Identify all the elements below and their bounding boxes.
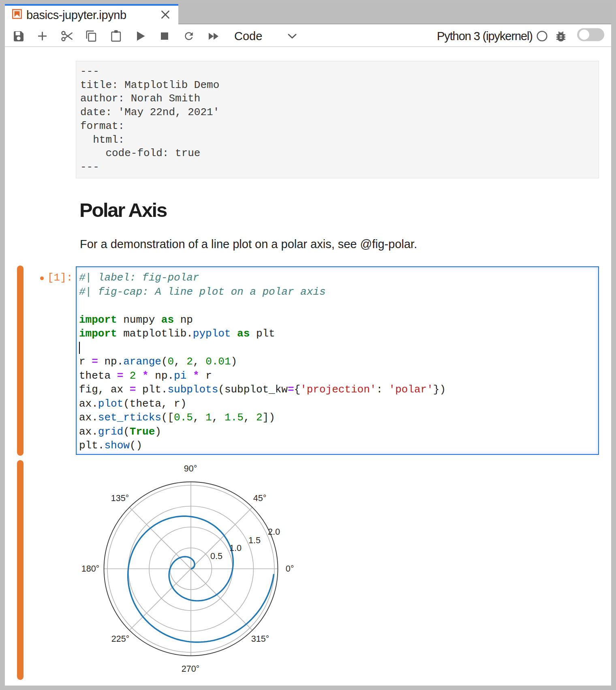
svg-text:180°: 180° (81, 564, 99, 574)
svg-text:1.5: 1.5 (248, 536, 261, 545)
svg-text:90°: 90° (184, 464, 197, 474)
svg-text:315°: 315° (251, 634, 269, 644)
svg-text:45°: 45° (253, 493, 267, 503)
svg-text:270°: 270° (182, 664, 199, 674)
svg-text:1.0: 1.0 (229, 543, 242, 553)
svg-text:2.0: 2.0 (268, 527, 280, 537)
svg-text:0°: 0° (286, 564, 294, 574)
svg-text:135°: 135° (111, 493, 129, 503)
svg-text:225°: 225° (111, 634, 129, 644)
svg-text:0.5: 0.5 (210, 551, 222, 561)
